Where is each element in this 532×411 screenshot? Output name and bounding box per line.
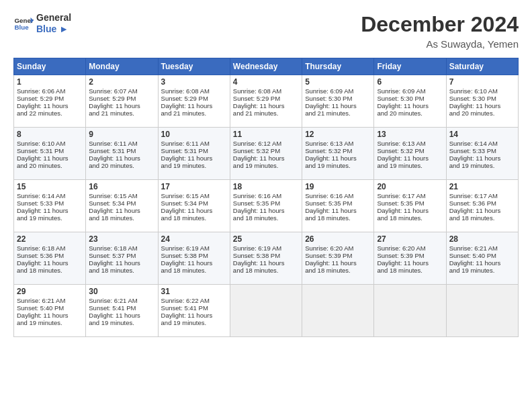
- day-info: Daylight: 11 hours: [449, 259, 515, 267]
- day-info: Sunset: 5:33 PM: [17, 199, 83, 207]
- day-info: Sunrise: 6:07 AM: [89, 87, 154, 95]
- calendar-cell: 3Sunrise: 6:08 AMSunset: 5:29 PMDaylight…: [158, 75, 230, 128]
- day-info: Daylight: 11 hours: [89, 102, 154, 109]
- day-info: Sunrise: 6:19 AM: [233, 244, 299, 252]
- day-info: Sunrise: 6:17 AM: [377, 192, 443, 199]
- day-info: Sunset: 5:30 PM: [377, 95, 443, 102]
- week-row-5: 29Sunrise: 6:21 AMSunset: 5:40 PMDayligh…: [14, 285, 519, 337]
- day-number: 28: [449, 234, 515, 244]
- day-info: Sunrise: 6:19 AM: [161, 244, 227, 252]
- calendar-cell: 18Sunrise: 6:16 AMSunset: 5:35 PMDayligh…: [230, 180, 302, 232]
- day-info: Daylight: 11 hours: [89, 259, 154, 267]
- column-header-monday: Monday: [86, 58, 158, 75]
- logo-text: General: [36, 12, 71, 24]
- day-info: and 18 minutes.: [233, 267, 299, 274]
- day-number: 4: [233, 77, 299, 87]
- day-info: Sunrise: 6:10 AM: [449, 87, 515, 95]
- day-info: and 20 minutes.: [89, 162, 154, 169]
- location: As Suwayda, Yemen: [361, 38, 519, 50]
- day-info: and 19 minutes.: [89, 319, 154, 326]
- day-info: Sunset: 5:34 PM: [89, 199, 154, 207]
- calendar-cell: 27Sunrise: 6:20 AMSunset: 5:39 PMDayligh…: [374, 232, 446, 285]
- day-info: Sunset: 5:40 PM: [449, 252, 515, 259]
- day-info: and 18 minutes.: [17, 267, 83, 274]
- calendar-cell: 8Sunrise: 6:10 AMSunset: 5:31 PMDaylight…: [14, 128, 86, 180]
- calendar-cell: 21Sunrise: 6:17 AMSunset: 5:36 PMDayligh…: [446, 180, 518, 232]
- day-info: Daylight: 11 hours: [17, 154, 83, 162]
- calendar-cell: 13Sunrise: 6:13 AMSunset: 5:32 PMDayligh…: [374, 128, 446, 180]
- day-info: Sunset: 5:41 PM: [161, 304, 227, 312]
- day-info: Daylight: 11 hours: [377, 154, 443, 162]
- day-info: Sunrise: 6:15 AM: [89, 192, 154, 199]
- day-info: and 19 minutes.: [305, 162, 371, 169]
- day-info: Sunset: 5:32 PM: [377, 147, 443, 154]
- calendar-cell: [446, 285, 518, 337]
- day-number: 3: [161, 77, 227, 87]
- day-number: 13: [377, 130, 443, 139]
- day-info: Sunset: 5:30 PM: [449, 95, 515, 102]
- calendar-table: SundayMondayTuesdayWednesdayThursdayFrid…: [13, 58, 519, 337]
- day-number: 7: [449, 77, 515, 87]
- day-info: Sunrise: 6:11 AM: [161, 140, 227, 147]
- calendar-cell: 23Sunrise: 6:18 AMSunset: 5:37 PMDayligh…: [86, 232, 158, 285]
- day-info: Sunrise: 6:16 AM: [305, 192, 371, 199]
- day-number: 23: [89, 234, 154, 244]
- day-info: Sunrise: 6:08 AM: [233, 87, 299, 95]
- page-container: General Blue General Blue ► December 202…: [0, 0, 532, 344]
- calendar-cell: 30Sunrise: 6:21 AMSunset: 5:41 PMDayligh…: [86, 285, 158, 337]
- day-info: and 20 minutes.: [377, 109, 443, 117]
- day-number: 17: [161, 182, 227, 191]
- day-number: 29: [17, 287, 83, 296]
- week-row-2: 8Sunrise: 6:10 AMSunset: 5:31 PMDaylight…: [14, 128, 519, 180]
- day-info: Daylight: 11 hours: [233, 259, 299, 267]
- column-header-tuesday: Tuesday: [158, 58, 230, 75]
- calendar-cell: 5Sunrise: 6:09 AMSunset: 5:30 PMDaylight…: [302, 75, 374, 128]
- day-info: Sunrise: 6:18 AM: [17, 244, 83, 252]
- day-info: and 18 minutes.: [305, 214, 371, 222]
- calendar-cell: [374, 285, 446, 337]
- day-info: and 18 minutes.: [449, 214, 515, 222]
- calendar-cell: 28Sunrise: 6:21 AMSunset: 5:40 PMDayligh…: [446, 232, 518, 285]
- day-info: Sunrise: 6:22 AM: [161, 297, 227, 304]
- day-number: 6: [377, 77, 443, 87]
- calendar-cell: 14Sunrise: 6:14 AMSunset: 5:33 PMDayligh…: [446, 128, 518, 180]
- day-info: Sunset: 5:36 PM: [17, 252, 83, 259]
- day-info: Daylight: 11 hours: [449, 207, 515, 214]
- day-number: 18: [233, 182, 299, 191]
- day-number: 19: [305, 182, 371, 191]
- day-info: Sunrise: 6:21 AM: [449, 244, 515, 252]
- day-info: and 18 minutes.: [377, 214, 443, 222]
- day-number: 26: [305, 234, 371, 244]
- day-info: Daylight: 11 hours: [305, 259, 371, 267]
- calendar-cell: 4Sunrise: 6:08 AMSunset: 5:29 PMDaylight…: [230, 75, 302, 128]
- day-info: Daylight: 11 hours: [305, 207, 371, 214]
- day-info: and 21 minutes.: [89, 109, 154, 117]
- day-info: Daylight: 11 hours: [377, 207, 443, 214]
- day-number: 30: [89, 287, 154, 296]
- column-header-friday: Friday: [374, 58, 446, 75]
- day-info: Sunrise: 6:21 AM: [17, 297, 83, 304]
- day-info: Sunrise: 6:20 AM: [305, 244, 371, 252]
- day-info: Sunrise: 6:14 AM: [449, 140, 515, 147]
- calendar-cell: 26Sunrise: 6:20 AMSunset: 5:39 PMDayligh…: [302, 232, 374, 285]
- day-info: Sunrise: 6:09 AM: [305, 87, 371, 95]
- week-row-3: 15Sunrise: 6:14 AMSunset: 5:33 PMDayligh…: [14, 180, 519, 232]
- day-info: Sunset: 5:35 PM: [233, 199, 299, 207]
- calendar-cell: 20Sunrise: 6:17 AMSunset: 5:35 PMDayligh…: [374, 180, 446, 232]
- day-info: and 19 minutes.: [377, 162, 443, 169]
- day-number: 24: [161, 234, 227, 244]
- day-info: and 19 minutes.: [161, 162, 227, 169]
- day-info: Sunset: 5:32 PM: [233, 147, 299, 154]
- day-info: Daylight: 11 hours: [161, 259, 227, 267]
- calendar-cell: 16Sunrise: 6:15 AMSunset: 5:34 PMDayligh…: [86, 180, 158, 232]
- day-info: Daylight: 11 hours: [89, 207, 154, 214]
- day-number: 10: [161, 130, 227, 139]
- day-info: and 21 minutes.: [305, 109, 371, 117]
- calendar-cell: [302, 285, 374, 337]
- day-info: Sunset: 5:36 PM: [449, 199, 515, 207]
- day-number: 15: [17, 182, 83, 191]
- day-number: 9: [89, 130, 154, 139]
- week-row-1: 1Sunrise: 6:06 AMSunset: 5:29 PMDaylight…: [14, 75, 519, 128]
- day-info: Sunrise: 6:18 AM: [89, 244, 154, 252]
- day-number: 1: [17, 77, 83, 87]
